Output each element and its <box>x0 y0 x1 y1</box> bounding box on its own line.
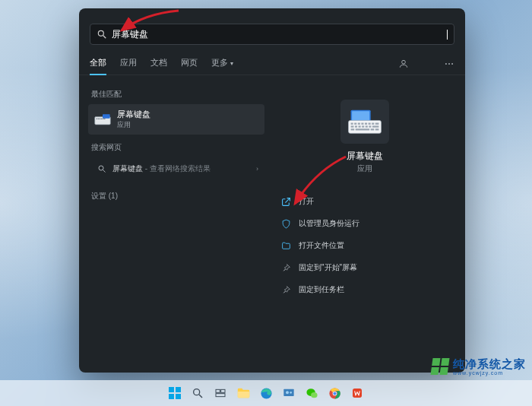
file-explorer-button[interactable] <box>233 383 253 403</box>
svg-rect-24 <box>369 123 371 125</box>
search-icon <box>97 164 106 173</box>
action-open-label: 打开 <box>299 196 314 207</box>
action-pin-taskbar-label: 固定到任务栏 <box>299 284 344 295</box>
svg-point-50 <box>290 392 292 394</box>
svg-point-3 <box>445 63 447 65</box>
edge-icon <box>260 387 273 400</box>
search-icon <box>192 387 204 399</box>
svg-rect-29 <box>359 125 361 127</box>
tab-apps[interactable]: 应用 <box>120 52 137 75</box>
chrome-button[interactable] <box>325 383 344 403</box>
taskbar-app-wps[interactable] <box>347 383 367 403</box>
pin-icon <box>281 263 291 273</box>
edge-button[interactable] <box>256 383 276 403</box>
taskbar-app-control-panel[interactable] <box>279 383 299 403</box>
app-icon-tile <box>340 100 389 144</box>
svg-rect-26 <box>375 123 379 125</box>
svg-line-15 <box>103 170 106 173</box>
svg-rect-33 <box>372 125 378 127</box>
watermark-logo-icon <box>430 358 449 375</box>
task-view-button[interactable] <box>211 383 230 403</box>
results-body: 最佳匹配 屏幕键盘 应用 搜索网页 <box>79 75 465 373</box>
start-menu-panel: 全部 应用 文档 网页 更多 ▾ 最佳匹配 <box>79 8 465 373</box>
action-pin-start-label: 固定到"开始"屏幕 <box>299 262 357 273</box>
open-icon <box>281 197 291 207</box>
task-view-icon <box>214 387 226 399</box>
svg-point-14 <box>99 166 103 170</box>
search-web-label: 搜索网页 <box>91 142 261 153</box>
tab-web[interactable]: 网页 <box>181 52 198 75</box>
svg-point-2 <box>402 60 406 64</box>
taskbar-search-button[interactable] <box>188 383 207 403</box>
svg-rect-20 <box>354 123 356 125</box>
svg-line-1 <box>103 36 106 39</box>
wechat-button[interactable] <box>302 383 321 403</box>
svg-rect-44 <box>216 389 220 392</box>
action-pin-start[interactable]: 固定到"开始"屏幕 <box>278 260 451 275</box>
svg-point-52 <box>311 392 318 398</box>
action-run-admin[interactable]: 以管理员身份运行 <box>278 216 451 231</box>
svg-rect-39 <box>176 387 181 392</box>
svg-rect-30 <box>362 125 364 127</box>
best-match-item[interactable]: 屏幕键盘 应用 <box>88 104 264 135</box>
svg-rect-35 <box>356 128 369 130</box>
action-open-location[interactable]: 打开文件位置 <box>278 238 451 253</box>
svg-rect-41 <box>176 394 181 399</box>
app-icon <box>351 387 363 399</box>
best-match-label: 最佳匹配 <box>91 89 261 100</box>
chrome-icon <box>328 387 341 400</box>
svg-point-4 <box>448 63 450 65</box>
action-pin-taskbar[interactable]: 固定到任务栏 <box>278 282 451 297</box>
svg-rect-34 <box>351 128 355 130</box>
svg-point-5 <box>451 63 453 65</box>
windows-logo-icon <box>169 387 181 399</box>
account-icon[interactable] <box>398 59 409 69</box>
svg-rect-32 <box>369 125 371 127</box>
svg-rect-22 <box>361 123 363 125</box>
svg-point-42 <box>194 389 200 395</box>
settings-section-label[interactable]: 设置 (1) <box>91 191 261 201</box>
action-open[interactable]: 打开 <box>278 194 451 209</box>
svg-point-55 <box>333 392 336 395</box>
more-icon[interactable] <box>444 59 454 69</box>
search-input[interactable] <box>112 29 448 40</box>
search-box[interactable] <box>90 24 454 45</box>
svg-rect-11 <box>101 119 102 119</box>
watermark: 纯净系统之家 www.ycwjzy.com <box>432 357 526 376</box>
pin-icon <box>281 285 291 295</box>
taskbar <box>0 380 532 406</box>
svg-point-0 <box>98 30 103 36</box>
svg-rect-21 <box>358 123 360 125</box>
best-match-title: 屏幕键盘 <box>117 109 150 120</box>
tab-all[interactable]: 全部 <box>90 52 106 75</box>
svg-rect-46 <box>216 394 225 397</box>
svg-point-49 <box>286 391 289 394</box>
tab-more[interactable]: 更多 ▾ <box>211 52 233 75</box>
wechat-icon <box>306 387 318 400</box>
svg-rect-25 <box>372 123 374 125</box>
svg-rect-40 <box>169 394 174 399</box>
svg-rect-10 <box>100 119 100 119</box>
svg-rect-56 <box>353 389 362 398</box>
svg-rect-37 <box>375 128 379 130</box>
control-panel-icon <box>283 387 295 399</box>
best-match-subtitle: 应用 <box>117 120 150 130</box>
search-web-item[interactable]: 屏幕键盘 - 查看网络搜索结果 › <box>91 157 264 180</box>
tab-documents[interactable]: 文档 <box>150 52 167 75</box>
keyboard-large-icon <box>347 108 382 135</box>
svg-rect-28 <box>355 125 357 127</box>
action-list: 打开 以管理员身份运行 打开文件位置 <box>278 194 451 297</box>
filter-tabs: 全部 应用 文档 网页 更多 ▾ <box>79 52 465 75</box>
svg-rect-8 <box>97 119 97 119</box>
svg-rect-19 <box>351 123 353 125</box>
svg-rect-7 <box>103 114 110 119</box>
keyboard-icon <box>94 113 111 125</box>
svg-rect-36 <box>371 128 375 130</box>
svg-line-43 <box>199 395 202 398</box>
svg-rect-13 <box>104 119 105 119</box>
detail-type: 应用 <box>357 163 372 174</box>
svg-rect-38 <box>169 387 174 392</box>
result-detail-column: 屏幕键盘 应用 打开 以管理员身份运行 <box>264 84 465 363</box>
action-open-location-label: 打开文件位置 <box>299 240 344 251</box>
start-button[interactable] <box>165 383 185 403</box>
